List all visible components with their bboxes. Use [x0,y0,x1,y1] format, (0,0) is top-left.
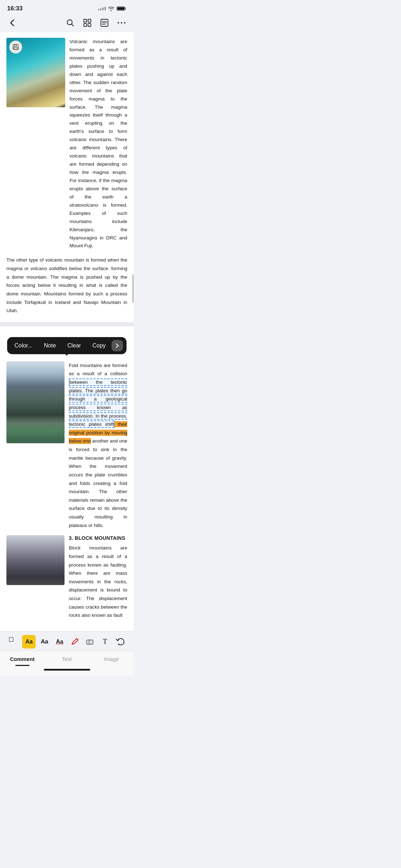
fold-text-part1: Fold mountains are formed as a result of… [69,363,127,377]
eraser-tool-button[interactable] [83,635,96,648]
volcanic-mountain-text: Volcanic mountains are formed as a resul… [70,38,127,250]
svg-rect-5 [84,24,87,26]
text-tab[interactable]: Text [45,651,89,666]
ocean-image-container [6,38,65,250]
svg-rect-4 [88,19,91,22]
block-mountain-text: Block mountains are formed as a result o… [69,544,127,620]
annotation-toolbar: Color... Note Clear Copy [7,337,126,354]
list-view-button[interactable] [99,18,109,28]
color-button[interactable]: Color... [9,337,38,354]
insert-text-label: T [103,637,107,646]
back-button[interactable] [7,18,17,28]
text-underline-label: Aa [56,639,63,645]
first-section: Volcanic mountains are formed as a resul… [6,38,127,250]
image-tab-label: Image [104,656,119,662]
svg-rect-16 [14,47,18,49]
strikethrough-label: Aa [41,639,48,645]
selection-icon [9,637,18,646]
insert-text-button[interactable]: T [99,635,112,648]
image-tab[interactable]: Image [89,651,134,666]
save-icon [12,44,19,50]
highlight-yellow-label: Aa [25,639,32,645]
content-area: Volcanic mountains are formed as a resul… [0,32,134,631]
eraser-icon [85,637,94,646]
fold-mountain-text: Fold mountains are formed as a result of… [69,361,127,530]
strikethrough-button[interactable]: Aa [38,635,51,648]
clear-button[interactable]: Clear [62,337,87,354]
save-badge[interactable] [9,41,22,53]
svg-rect-1 [117,7,124,10]
selection-tool-button[interactable] [7,635,20,648]
pen-tool-button[interactable] [68,635,81,648]
highlight-yellow-button[interactable]: Aa [22,635,36,649]
comment-tab-label: Comment [10,656,35,662]
svg-rect-3 [84,19,87,22]
status-icons [98,6,127,11]
note-button[interactable]: Note [38,337,62,354]
svg-rect-6 [88,24,91,26]
svg-point-13 [124,22,125,24]
fold-mountain-image [6,361,65,443]
more-arrow-button[interactable] [112,340,123,351]
undo-button[interactable] [114,635,127,648]
bottom-annotation-toolbar: Aa Aa Aa T [0,631,134,651]
undo-icon [115,637,125,646]
svg-rect-15 [14,45,16,46]
svg-point-11 [118,22,119,24]
text-underline-button[interactable]: Aa [53,635,66,648]
svg-point-12 [121,22,122,24]
status-time: 16:33 [7,5,22,12]
status-bar: 16:33 [0,0,134,15]
home-indicator [0,666,134,676]
more-options-button[interactable] [117,18,127,28]
top-nav [0,15,134,32]
fold-mountain-section: Fold mountains are formed as a result of… [6,361,127,530]
battery-icon [117,6,127,11]
copy-button[interactable]: Copy [87,337,111,354]
grid-view-button[interactable] [82,18,92,28]
bottom-tabs: Comment Text Image [0,651,134,666]
block-mountain-heading: 3. BLOCK MOUNTAINS [69,535,127,541]
section-separator [0,322,134,326]
fold-text-part2: another and one is forced to sink in the… [69,438,127,528]
comment-tab[interactable]: Comment [0,651,45,666]
block-mountain-section: 3. BLOCK MOUNTAINS Block mountains are f… [6,535,127,620]
fold-text-blue-highlight: between the tectonic plates. The plates … [69,378,127,428]
block-mountain-content: 3. BLOCK MOUNTAINS Block mountains are f… [69,535,127,620]
svg-rect-18 [87,640,93,644]
home-bar [44,669,90,671]
text-tab-label: Text [62,656,72,662]
arrow-right-icon [115,343,119,348]
signal-dots-icon [98,7,106,10]
search-button[interactable] [65,18,75,28]
wifi-icon [108,6,114,11]
block-mountain-image [6,535,65,585]
pen-icon [70,637,79,646]
scroll-indicator [132,274,134,303]
svg-rect-17 [9,637,13,641]
dome-mountain-text: The other type of volcanic mountain is f… [6,256,127,315]
